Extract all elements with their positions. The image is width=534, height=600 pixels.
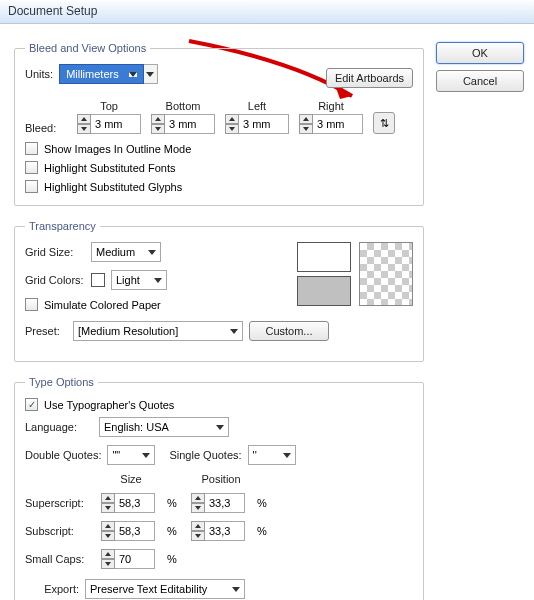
preset-select[interactable]: [Medium Resolution] (73, 321, 243, 341)
bleed-bottom-header: Bottom (166, 100, 201, 112)
custom-button[interactable]: Custom... (249, 321, 329, 341)
simulate-paper-checkbox[interactable]: Simulate Colored Paper (25, 298, 279, 311)
grid-size-label: Grid Size: (25, 246, 85, 258)
bleed-legend: Bleed and View Options (25, 42, 150, 54)
cancel-button[interactable]: Cancel (436, 70, 524, 92)
swatch-grey[interactable] (297, 276, 351, 306)
bleed-right-input[interactable] (299, 114, 363, 134)
grid-colors-select[interactable]: Light (111, 270, 167, 290)
typographers-quotes-checkbox[interactable]: Use Typographer's Quotes (25, 398, 413, 411)
type-legend: Type Options (25, 376, 98, 388)
bleed-label: Bleed: (25, 122, 61, 134)
bleed-view-group: Bleed and View Options Units: Millimeter… (14, 42, 424, 206)
bleed-top-input[interactable] (77, 114, 141, 134)
double-quotes-label: Double Quotes: (25, 449, 101, 461)
bleed-bottom-input[interactable] (151, 114, 215, 134)
size-header: Size (101, 473, 161, 485)
ok-button[interactable]: OK (436, 42, 524, 64)
highlight-glyphs-checkbox[interactable]: Highlight Substituted Glyphs (25, 180, 413, 193)
language-label: Language: (25, 421, 93, 433)
smallcaps-input[interactable] (101, 549, 161, 569)
edit-artboards-button[interactable]: Edit Artboards (326, 68, 413, 88)
units-label: Units: (25, 68, 53, 80)
window-title: Document Setup (8, 4, 97, 18)
bleed-top-header: Top (100, 100, 118, 112)
grid-color-chip[interactable] (91, 273, 105, 287)
titlebar: Document Setup (0, 0, 534, 24)
position-header: Position (191, 473, 251, 485)
link-bleed-icon[interactable]: ⇅ (373, 112, 395, 134)
bleed-left-input[interactable] (225, 114, 289, 134)
subscript-pos-input[interactable] (191, 521, 251, 541)
single-quotes-select[interactable]: '' (248, 445, 296, 465)
units-select[interactable]: Millimeters (59, 64, 144, 84)
swatch-white[interactable] (297, 242, 351, 272)
smallcaps-label: Small Caps: (25, 553, 95, 565)
transparency-legend: Transparency (25, 220, 100, 232)
subscript-label: Subscript: (25, 525, 95, 537)
transparency-group: Transparency Grid Size: Medium Grid Colo… (14, 220, 424, 362)
superscript-pos-input[interactable] (191, 493, 251, 513)
export-label: Export: (25, 583, 79, 595)
single-quotes-label: Single Quotes: (169, 449, 241, 461)
grid-size-select[interactable]: Medium (91, 242, 161, 262)
type-options-group: Type Options Use Typographer's Quotes La… (14, 376, 424, 600)
preset-label: Preset: (25, 325, 67, 337)
double-quotes-select[interactable]: "" (107, 445, 155, 465)
superscript-size-input[interactable] (101, 493, 161, 513)
units-caret[interactable] (144, 64, 158, 84)
subscript-size-input[interactable] (101, 521, 161, 541)
bleed-left-header: Left (248, 100, 266, 112)
highlight-fonts-checkbox[interactable]: Highlight Substituted Fonts (25, 161, 413, 174)
bleed-right-header: Right (318, 100, 344, 112)
superscript-label: Superscript: (25, 497, 95, 509)
show-outline-checkbox[interactable]: Show Images In Outline Mode (25, 142, 413, 155)
language-select[interactable]: English: USA (99, 417, 229, 437)
export-select[interactable]: Preserve Text Editability (85, 579, 245, 599)
transparency-preview (359, 242, 413, 306)
grid-colors-label: Grid Colors: (25, 274, 85, 286)
